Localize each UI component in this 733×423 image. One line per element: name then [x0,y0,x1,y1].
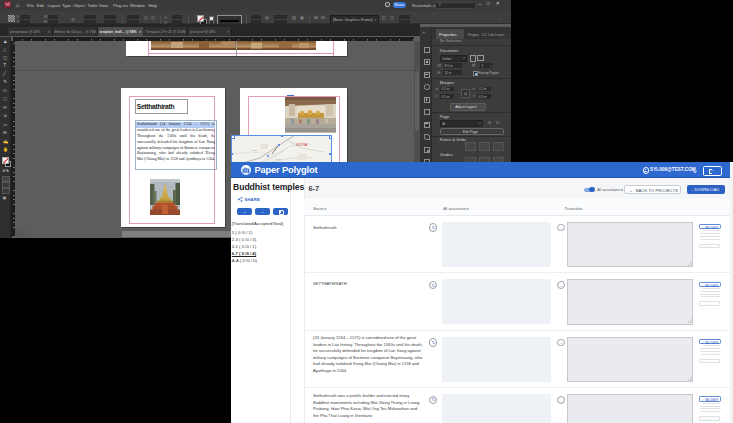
svg-text:VITTIA: VITTIA [296,143,308,147]
svg-text:ban n: ban n [252,149,258,151]
svg-text:th kh: th kh [276,158,282,160]
